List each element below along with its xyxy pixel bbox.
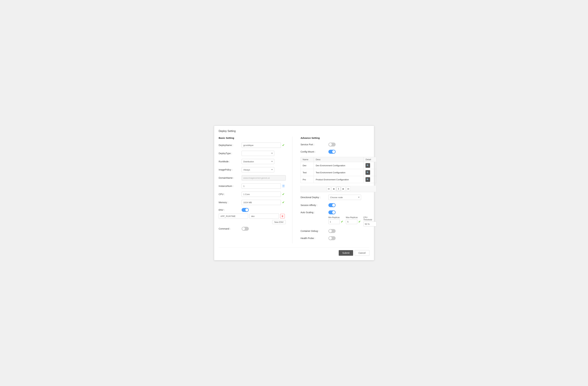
- table-row: Dev Dev Environment Configuration 🔍: [301, 162, 376, 169]
- memory-wrap: ✔: [242, 200, 285, 205]
- domain-name-label: DomainName :: [219, 177, 242, 179]
- min-replicas-field: Min-Replicas ✔: [328, 216, 343, 226]
- container-debug-label: Container Debug :: [301, 230, 328, 232]
- cpu-threshold-label: CPU Threshold: [363, 216, 377, 221]
- table-row: Pro Product Environment Configuration 🔍: [301, 176, 376, 183]
- memory-check-icon: ✔: [282, 201, 285, 204]
- run-mode-label: RunMode :: [219, 160, 242, 163]
- image-policy-row: ImagePolicy : Always IfNotPresent Never: [219, 167, 286, 172]
- max-replicas-label: Max-Replicas: [346, 216, 361, 219]
- deploy-name-check-icon: ✔: [282, 143, 285, 147]
- cpu-check-icon: ✔: [282, 193, 285, 196]
- image-policy-select[interactable]: Always IfNotPresent Never: [242, 167, 274, 172]
- container-debug-toggle[interactable]: [328, 229, 336, 233]
- col-detail-header: Detail: [364, 157, 376, 162]
- cpu-threshold-field: CPU Threshold: [363, 216, 377, 226]
- domain-name-input[interactable]: [242, 175, 286, 180]
- config-table-wrap: Name Desc Detail Dev Dev Environment Con…: [301, 157, 377, 192]
- deploy-setting-dialog: Deploy Setting Basic Setting DeployName …: [214, 126, 374, 260]
- memory-row: Memory : ✔: [219, 200, 286, 205]
- env-toggle[interactable]: [242, 208, 249, 212]
- advance-setting-panel: Advance Setting Service Port : Config Mo…: [299, 136, 377, 243]
- session-affinity-toggle[interactable]: [328, 203, 336, 207]
- dev-detail-button[interactable]: 🔍: [365, 163, 370, 168]
- pro-detail-button[interactable]: 🔍: [365, 177, 370, 182]
- deploy-name-row: DeployName : ✔: [219, 143, 286, 148]
- deploy-type-row: DeployType : Deployment StatefulSet Daem…: [219, 151, 286, 156]
- table-pagination: ⏮ ◀ 1 ▶ ⏭: [301, 186, 377, 192]
- instance-num-row: InstanceNum : ☰: [219, 183, 286, 189]
- new-env-button[interactable]: New ENV: [272, 220, 286, 224]
- config-mount-label: Config Mount :: [301, 150, 328, 153]
- service-port-toggle[interactable]: [328, 143, 336, 147]
- deploy-name-label: DeployName :: [219, 144, 242, 147]
- cancel-button[interactable]: Cancel: [355, 250, 369, 256]
- cpu-threshold-wrap: [363, 221, 377, 226]
- max-replicas-input[interactable]: [346, 219, 357, 224]
- scaling-fields: Min-Replicas ✔ Max-Replicas ✔ CPU Thresh…: [328, 216, 377, 226]
- directional-deploy-row: Directional Deploy : Choose node: [301, 195, 377, 200]
- cpu-input[interactable]: [242, 192, 281, 197]
- instance-num-input[interactable]: [242, 183, 281, 189]
- cpu-label: CPU :: [219, 193, 242, 195]
- auto-scaling-toggle[interactable]: [328, 210, 336, 214]
- env-key-input[interactable]: [219, 214, 248, 219]
- node-select[interactable]: Choose node: [328, 195, 361, 200]
- max-replicas-field: Max-Replicas ✔: [346, 216, 361, 226]
- config-mount-row: Config Mount :: [301, 150, 377, 154]
- cpu-wrap: ✔: [242, 192, 285, 197]
- env-label: ENV :: [219, 209, 242, 211]
- row-test-desc: Test Environment Configuration: [314, 169, 364, 176]
- row-test-name: Test: [301, 169, 314, 176]
- session-affinity-row: Session Affinity :: [301, 203, 377, 207]
- page-last-button[interactable]: ⏭: [346, 187, 351, 191]
- env-toggle-row: ENV :: [219, 208, 286, 212]
- run-mode-select[interactable]: Distribution Standalone: [242, 159, 274, 164]
- config-mount-toggle[interactable]: [328, 150, 336, 154]
- footer: Submit Cancel: [219, 247, 369, 256]
- auto-scaling-label: Auto Scaling :: [301, 211, 328, 214]
- service-port-label: Service Port :: [301, 143, 328, 146]
- row-pro-name: Pro: [301, 176, 314, 183]
- env-value-input[interactable]: [250, 214, 279, 219]
- command-row: Command :: [219, 227, 286, 231]
- min-replicas-input[interactable]: [328, 219, 340, 224]
- page-next-button[interactable]: ▶: [341, 187, 346, 191]
- row-pro-desc: Product Environment Configuration: [314, 176, 364, 183]
- page-current-button[interactable]: 1: [336, 187, 341, 191]
- max-replicas-wrap: ✔: [346, 219, 361, 224]
- container-debug-row: Container Debug :: [301, 229, 377, 233]
- cpu-threshold-input[interactable]: [363, 221, 377, 226]
- instance-num-wrap: ☰: [242, 183, 285, 189]
- row-dev-detail: 🔍: [364, 162, 376, 169]
- health-probe-toggle[interactable]: [328, 236, 336, 240]
- col-desc-header: Desc: [314, 157, 364, 162]
- instance-num-list-icon: ☰: [282, 184, 285, 188]
- col-name-header: Name: [301, 157, 314, 162]
- instance-num-label: InstanceNum :: [219, 185, 242, 187]
- max-replicas-check-icon: ✔: [358, 220, 361, 223]
- env-delete-button[interactable]: 🗑: [280, 214, 285, 218]
- page-prev-button[interactable]: ◀: [332, 187, 336, 191]
- auto-scaling-row: Auto Scaling :: [301, 210, 377, 214]
- test-detail-button[interactable]: 🔍: [365, 170, 370, 175]
- image-policy-label: ImagePolicy :: [219, 168, 242, 171]
- deploy-name-field-wrap: ✔: [242, 143, 285, 148]
- memory-input[interactable]: [242, 200, 281, 205]
- domain-name-row: DomainName :: [219, 175, 286, 180]
- advance-setting-title: Advance Setting: [301, 136, 377, 139]
- row-dev-name: Dev: [301, 162, 314, 169]
- command-toggle[interactable]: [242, 227, 249, 231]
- submit-button[interactable]: Submit: [339, 250, 353, 256]
- deploy-name-input[interactable]: [242, 143, 281, 148]
- directional-deploy-label: Directional Deploy :: [301, 196, 328, 199]
- deploy-type-select[interactable]: Deployment StatefulSet DaemonSet: [242, 151, 274, 156]
- cpu-row: CPU : ✔: [219, 192, 286, 197]
- row-test-detail: 🔍: [364, 169, 376, 176]
- row-dev-desc: Dev Environment Configuration: [314, 162, 364, 169]
- command-label: Command :: [219, 227, 242, 230]
- min-replicas-check-icon: ✔: [341, 220, 343, 223]
- page-first-button[interactable]: ⏮: [327, 187, 331, 191]
- run-mode-row: RunMode : Distribution Standalone: [219, 159, 286, 164]
- row-pro-detail: 🔍: [364, 176, 376, 183]
